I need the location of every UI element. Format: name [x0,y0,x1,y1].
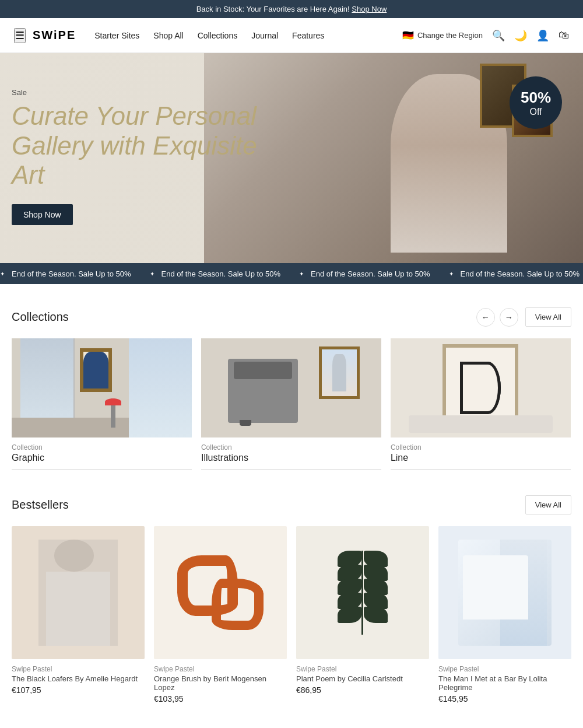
product-abstract-2 [177,546,264,639]
star-icon: ✦ [299,271,304,277]
collection-image-graphic [12,338,192,438]
star-icon: ✦ [0,271,5,277]
hero-title: Curate Your Personal Gallery with Exquis… [12,102,280,190]
person-shirt [463,555,528,619]
collection-name: Graphic [12,453,192,470]
region-selector[interactable]: 🇩🇪 Change the Region [402,30,483,41]
product-brand-3: Swipe Pastel [296,665,429,673]
header-actions: 🇩🇪 Change the Region 🔍 🌙 👤 🛍 [402,29,569,42]
art-frame [80,348,112,392]
sale-ticker: ✦ End of the Season. Sale Up to 50% ✦ En… [0,263,583,284]
collections-next-button[interactable]: → [500,308,518,327]
announcement-text: Back in Stock: Your Favorites are Here A… [196,5,350,13]
nav-starter-sites[interactable]: Starter Sites [94,31,139,40]
product-price-3: €86,95 [296,685,429,695]
illustration-art [322,349,357,396]
account-button[interactable]: 👤 [536,29,549,42]
collections-prev-button[interactable]: ← [476,308,495,327]
leaf-art [336,546,389,639]
product-brand-4: Swipe Pastel [438,665,571,673]
discount-percent: 50% [521,89,551,107]
theme-toggle-button[interactable]: 🌙 [514,29,527,42]
bestsellers-header: Bestsellers View All [12,495,571,514]
product-meta-1: Swipe Pastel The Black Loafers By Amelie… [12,659,145,695]
collections-view-all-button[interactable]: View All [525,307,571,327]
product-image-2 [154,526,287,659]
ticker-content: ✦ End of the Season. Sale Up to 50% ✦ En… [0,270,583,278]
nav-collections[interactable]: Collections [198,31,237,40]
illustrations-scene [201,338,381,438]
lamp-icon [111,398,115,428]
leaf-left [338,607,361,623]
product-person-4 [458,540,552,646]
collection-card-line[interactable]: Collection Line [391,338,571,472]
product-card-2[interactable]: Swipe Pastel Orange Brush by Berit Mogen… [154,526,287,704]
bestsellers-title: Bestsellers [12,498,525,512]
line-art-shape [460,362,501,414]
product-price-1: €107,95 [12,685,145,695]
hero-content: Sale Curate Your Personal Gallery with E… [12,88,280,225]
collection-image-illustrations [201,338,381,438]
room-scene [12,338,192,438]
region-label: Change the Region [417,31,483,40]
product-name-2: Orange Brush by Berit Mogensen Lopez [154,674,287,692]
coffee-machine-icon [228,359,298,423]
collection-card-graphic[interactable]: Collection Graphic [12,338,192,472]
announcement-link[interactable]: Shop Now [352,5,387,13]
nav-shop-all[interactable]: Shop All [153,31,183,40]
product-card-1[interactable]: Swipe Pastel The Black Loafers By Amelie… [12,526,145,704]
product-brand-2: Swipe Pastel [154,665,287,673]
product-meta-4: Swipe Pastel The Man I Met at a Bar By L… [438,659,571,704]
hero-sale-label: Sale [12,88,280,97]
collection-type-label: Collection [12,443,192,452]
collections-section: Collections ← → View All Collection Grap… [0,284,583,484]
product-name-4: The Man I Met at a Bar By Lolita Pelegri… [438,674,571,692]
header: ☰ SWiPE Starter Sites Shop All Collectio… [0,18,583,53]
hero-cta-button[interactable]: Shop Now [12,204,73,225]
collection-name: Line [391,453,571,470]
collection-meta: Collection Illustrations [201,438,381,470]
product-card-4[interactable]: Swipe Pastel The Man I Met at a Bar By L… [438,526,571,704]
main-nav: Starter Sites Shop All Collections Journ… [94,31,402,40]
product-price-4: €145,95 [438,694,571,704]
product-price-2: €103,95 [154,694,287,704]
flag-icon: 🇩🇪 [402,30,414,41]
product-image-3 [296,526,429,659]
nav-features[interactable]: Features [292,31,324,40]
hero-section: Sale Curate Your Personal Gallery with E… [0,53,583,263]
illustration-frame [319,346,360,399]
product-image-1 [12,526,145,659]
collections-nav-arrows: ← → [476,308,518,327]
collections-title: Collections [12,310,476,324]
discount-label: Off [529,107,542,117]
collections-header: Collections ← → View All [12,307,571,327]
collection-meta: Collection Graphic [12,438,192,470]
orange-stroke-2 [212,579,264,630]
bestsellers-section: Bestsellers View All Swipe Pastel The Bl… [0,484,583,727]
collections-grid: Collection Graphic Collection Illustrati… [12,338,571,472]
bestsellers-grid: Swipe Pastel The Black Loafers By Amelie… [12,526,571,704]
site-logo[interactable]: SWiPE [33,29,76,42]
product-leaf-3 [336,546,389,639]
collection-type-label: Collection [201,443,381,452]
star-icon: ✦ [449,271,454,277]
product-meta-2: Swipe Pastel Orange Brush by Berit Mogen… [154,659,287,704]
product-figure-1 [38,540,118,646]
collection-type-label: Collection [391,443,571,452]
collection-card-illustrations[interactable]: Collection Illustrations [201,338,381,472]
product-image-4 [438,526,571,659]
ticker-item: ✦ End of the Season. Sale Up to 50% [150,270,281,278]
product-name-1: The Black Loafers By Amelie Hegardt [12,674,145,683]
bestsellers-view-all-button[interactable]: View All [525,495,571,514]
abstract-orange-art [177,546,264,639]
ticker-item: ✦ End of the Season. Sale Up to 50% [0,270,131,278]
collection-image-line [391,338,571,438]
window2-icon [129,338,192,438]
search-button[interactable]: 🔍 [492,29,505,42]
discount-badge: 50% Off [510,76,562,129]
cart-button[interactable]: 🛍 [559,29,569,41]
hamburger-menu[interactable]: ☰ [14,28,26,43]
product-card-3[interactable]: Swipe Pastel Plant Poem by Cecilia Carls… [296,526,429,704]
product-meta-3: Swipe Pastel Plant Poem by Cecilia Carls… [296,659,429,695]
nav-journal[interactable]: Journal [251,31,278,40]
